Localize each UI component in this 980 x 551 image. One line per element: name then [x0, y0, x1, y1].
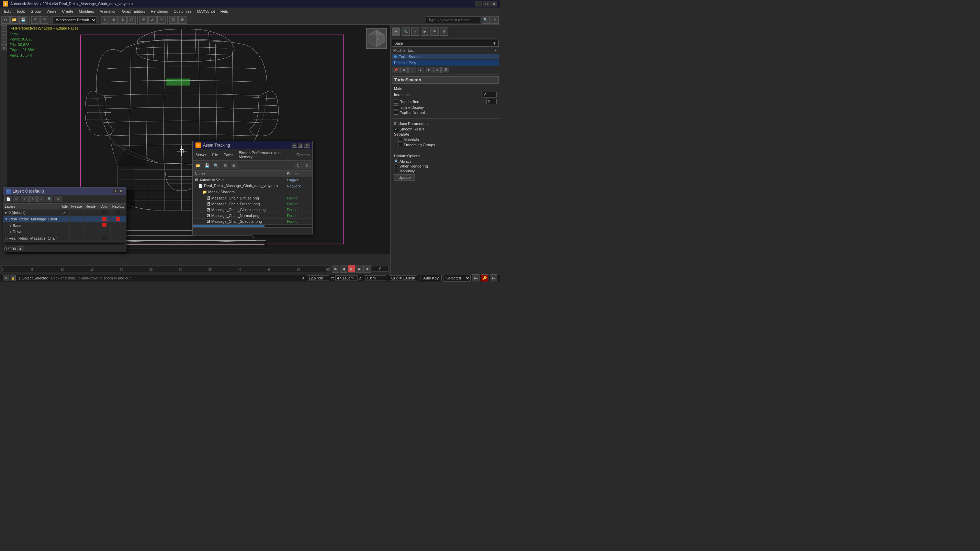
show-in-viewport-btn[interactable]: 👁 — [433, 67, 441, 73]
menu-tools[interactable]: Tools — [13, 9, 28, 14]
auto-key-button[interactable]: Auto Key — [420, 275, 442, 281]
iterations-input[interactable] — [483, 92, 497, 97]
render-settings-button[interactable]: ⚙ — [178, 16, 186, 24]
menu-customize[interactable]: Customize — [171, 9, 194, 14]
snap-toggle-button[interactable]: ⊞ — [140, 16, 148, 24]
next-frame-btn[interactable]: ▶ — [356, 265, 363, 273]
search-input[interactable] — [426, 16, 481, 23]
explicit-normals-checkbox[interactable] — [394, 111, 398, 115]
asset-tb-btn1[interactable]: 📂 — [194, 162, 202, 169]
x-coord-input[interactable] — [307, 275, 329, 281]
tab-hierarchy[interactable]: ⑂ — [411, 27, 419, 36]
render-button[interactable]: 🎬 — [169, 16, 178, 24]
asset-menu-options[interactable]: Options — [295, 152, 311, 157]
layer-delete-btn[interactable]: ✕ — [13, 196, 20, 202]
undo-button[interactable]: ↶ — [31, 16, 40, 24]
asset-tb-btn3[interactable]: 🔍 — [212, 162, 220, 169]
next-key-btn[interactable]: ⏭ — [490, 274, 497, 281]
set-key-btn[interactable]: 🔑 — [481, 274, 488, 281]
delete-modifier-btn[interactable]: ✕ — [400, 67, 408, 73]
y-coord-input[interactable] — [335, 275, 358, 281]
asset-tb-btn4[interactable]: ⊞ — [221, 162, 229, 169]
scale-button[interactable]: ⬡ — [127, 16, 136, 24]
turbosmooth-modifier[interactable]: TurboSmooth — [392, 54, 499, 59]
select-button[interactable]: ↖ — [101, 16, 109, 24]
prev-key-btn[interactable]: ⏮ — [472, 274, 479, 281]
layer-forward-btn[interactable]: ▶ — [18, 246, 24, 251]
side-lasso-btn[interactable]: ○ — [1, 38, 7, 44]
asset-row-maxfile[interactable]: 📄 Real_Relax_Massage_Chair_max_vray.max … — [193, 183, 312, 189]
layer-close-btn[interactable]: ✕ — [119, 189, 123, 193]
show-on-render-btn[interactable]: 🎬 — [441, 67, 449, 73]
asset-row-specular[interactable]: 🖼 Massage_Chair_Specular.png Found — [193, 219, 312, 224]
menu-graph-editors[interactable]: Graph Editors — [119, 9, 148, 14]
tab-motion[interactable]: ▶ — [421, 27, 429, 36]
turbosmooth-section-header[interactable]: TurboSmooth — [392, 76, 499, 84]
render-iters-input[interactable] — [487, 99, 497, 104]
asset-menu-paths[interactable]: Paths — [222, 152, 235, 157]
asset-maximize-btn[interactable]: □ — [298, 143, 303, 148]
save-file-button[interactable]: 💾 — [19, 16, 27, 24]
asset-row-normal[interactable]: 🖼 Massage_Chair_Normal.png Found — [193, 213, 312, 219]
smoothing-groups-checkbox[interactable] — [398, 143, 402, 147]
expand-icon[interactable]: ▶ — [5, 211, 7, 214]
tab-utilities[interactable]: ⚙ — [440, 27, 448, 36]
asset-row-glossiness[interactable]: 🖼 Massage_Chair_Glossiness.png Found — [193, 207, 312, 213]
side-select-btn[interactable]: ↖ — [1, 25, 7, 32]
layer-row-down[interactable]: ▷ Down — [3, 229, 126, 235]
search-button[interactable]: 🔍 — [482, 16, 490, 24]
rotate-button[interactable]: ↻ — [119, 16, 127, 24]
isoline-checkbox[interactable] — [394, 105, 398, 110]
smooth-result-checkbox[interactable] — [394, 127, 398, 131]
layer-settings-btn[interactable]: ⚙ — [54, 196, 62, 202]
tab-create[interactable]: ✦ — [392, 27, 400, 36]
layer-help-btn[interactable]: ? — [113, 189, 118, 193]
layer-row-default[interactable]: ▶ 0 (default) ✓ — [3, 210, 126, 216]
asset-row-diffuse[interactable]: 🖼 Massage_Chair_Diffuse.png Found — [193, 195, 312, 201]
asset-row-fresnel[interactable]: 🖼 Massage_Chair_Fresnel.png Found — [193, 201, 312, 207]
menu-rendering[interactable]: Rendering — [148, 9, 171, 14]
menu-animation[interactable]: Animation — [97, 9, 119, 14]
side-paint-btn[interactable]: ✏ — [1, 32, 7, 38]
update-button[interactable]: Update — [394, 175, 415, 181]
layer-new-btn[interactable]: 📄 — [5, 196, 12, 202]
minimize-button[interactable]: ─ — [476, 1, 482, 6]
asset-menu-server[interactable]: Server — [194, 152, 208, 157]
redo-button[interactable]: ↷ — [40, 16, 48, 24]
menu-help[interactable]: Help — [218, 9, 231, 14]
modifier-list-arrow[interactable]: ▼ — [494, 49, 497, 52]
move-up-btn[interactable]: ▲ — [417, 67, 424, 73]
tab-display[interactable]: 👁 — [430, 27, 439, 36]
manually-radio[interactable] — [394, 169, 398, 173]
asset-tb-btn5[interactable]: ☰ — [230, 162, 238, 169]
add-modifier-btn[interactable]: + — [409, 67, 416, 73]
timeline-ruler[interactable]: 0 5 10 15 20 25 30 35 40 45 50 55 — [2, 265, 330, 272]
status-icon-2[interactable]: 🔒 — [10, 275, 16, 281]
asset-tb-update[interactable]: ⬇ — [302, 162, 311, 169]
asset-minimize-btn[interactable]: ─ — [292, 143, 297, 148]
tab-modify[interactable]: 🔧 — [402, 27, 410, 36]
angle-snap-button[interactable]: ∠ — [148, 16, 157, 24]
asset-tb-refresh[interactable]: ↻ — [294, 162, 302, 169]
expand-icon-2[interactable]: ▼ — [5, 217, 8, 221]
menu-group[interactable]: Group — [28, 9, 44, 14]
status-icon-1[interactable]: ⊕ — [3, 275, 9, 281]
frame-counter[interactable] — [372, 266, 389, 272]
menu-maxscript[interactable]: MAXScript — [194, 9, 218, 14]
workspace-dropdown[interactable]: Workspace: Default — [52, 16, 97, 23]
open-file-button[interactable]: 📂 — [10, 16, 19, 24]
help-button[interactable]: ? — [490, 16, 499, 24]
layer-find-btn[interactable]: 🔍 — [46, 196, 53, 202]
maximize-button[interactable]: □ — [483, 1, 490, 6]
layer-select-btn[interactable]: ↖ — [29, 196, 37, 202]
first-frame-btn[interactable]: ⏮ — [332, 265, 339, 273]
menu-edit[interactable]: Edit — [2, 9, 13, 14]
menu-create[interactable]: Create — [59, 9, 76, 14]
when-rendering-radio[interactable] — [394, 164, 398, 168]
layer-row-base[interactable]: ▷ Base — [3, 222, 126, 229]
pin-modifier-btn[interactable]: 📌 — [392, 67, 399, 73]
editable-poly-modifier[interactable]: Editable Poly — [392, 60, 499, 65]
nav-cube[interactable]: TOP — [366, 28, 387, 49]
last-frame-btn[interactable]: ⏭ — [363, 265, 371, 273]
move-down-btn[interactable]: ▼ — [425, 67, 433, 73]
